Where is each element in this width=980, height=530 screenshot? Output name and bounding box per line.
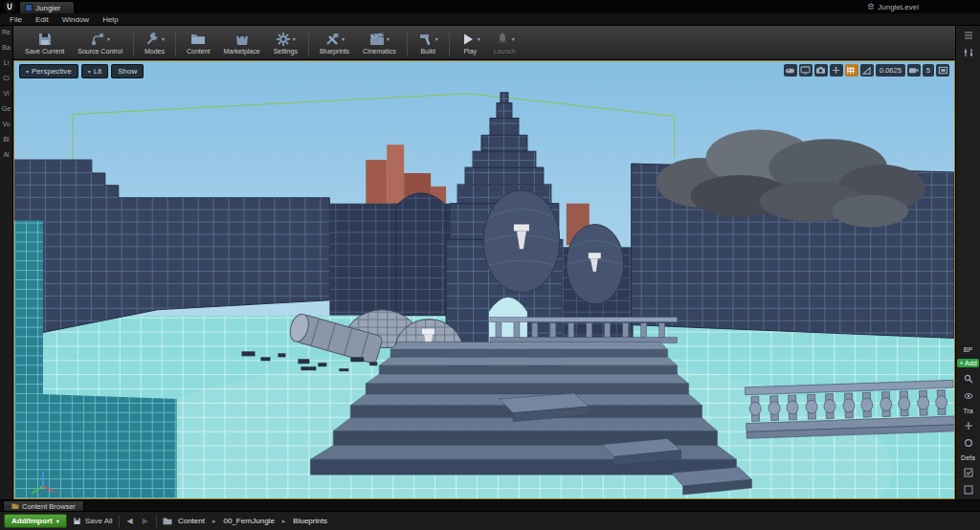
breadcrumb-separator-icon: ▸	[211, 518, 218, 525]
project-tab[interactable]: Jungler	[19, 1, 75, 13]
content-button[interactable]: Content	[181, 27, 216, 59]
place-actors-collapsed-panel: Re Ba Li Ci Vi Ge Vo Bl Al	[0, 26, 13, 499]
details-sliders-icon[interactable]	[963, 47, 974, 58]
cinematics-clapper-icon	[369, 32, 385, 47]
unreal-logo-icon	[4, 1, 15, 12]
modes-button[interactable]: ▾ Modes	[139, 27, 170, 59]
main-row: Re Ba Li Ci Vi Ge Vo Bl Al Save Current	[0, 26, 980, 499]
settings-button[interactable]: ▾ Settings	[268, 27, 303, 59]
bp-label: BP	[964, 346, 972, 353]
level-tab[interactable]: JungleLevel	[867, 3, 976, 11]
save-current-button[interactable]: Save Current	[19, 27, 70, 59]
modes-icon	[145, 32, 160, 47]
show-label: Show	[118, 67, 137, 76]
blueprints-button[interactable]: ▾ Blueprints	[314, 27, 355, 59]
checkbox-icon[interactable]	[963, 467, 974, 478]
main-toolbar: Save Current ▾ Source Control ▾ Modes	[13, 26, 955, 60]
menu-edit[interactable]: Edit	[30, 14, 55, 25]
eye-icon[interactable]	[963, 390, 974, 402]
place-actors-tab-cinematic[interactable]: Ci	[3, 75, 10, 81]
add-import-button[interactable]: Add/Import ▾	[4, 514, 67, 528]
levels-icon	[867, 3, 875, 11]
back-button[interactable]: ◀	[125, 517, 135, 525]
dropdown-arrow-icon: ▾	[88, 68, 91, 75]
show-dropdown[interactable]: Show	[111, 64, 144, 78]
save-icon	[73, 517, 81, 525]
play-icon	[460, 32, 476, 47]
center-column: Save Current ▾ Source Control ▾ Modes	[13, 26, 955, 499]
defaults-section-label[interactable]: Defa	[961, 454, 975, 461]
content-browser-bar: Add/Import ▾ Save All ◀ ▶ Content ▸ 00_F…	[0, 511, 980, 530]
toolbar-separator	[133, 30, 134, 56]
place-actors-tab-blueprints[interactable]: Bl	[3, 136, 9, 143]
checkbox-icon[interactable]	[963, 484, 974, 496]
dropdown-arrow-icon: ▾	[26, 68, 29, 75]
save-all-button[interactable]: Save All	[73, 517, 113, 525]
build-button[interactable]: ▾ Build	[412, 27, 444, 59]
dropdown-arrow-icon: ▾	[162, 35, 165, 42]
breadcrumb-fernjungle[interactable]: 00_FernJungle	[223, 517, 274, 525]
marketplace-icon	[234, 32, 250, 47]
maximize-viewport-icon[interactable]	[936, 64, 949, 77]
cinematics-button[interactable]: ▾ Cinematics	[357, 27, 402, 59]
place-actors-tab-volumes[interactable]: Vo	[2, 121, 10, 127]
breadcrumb-separator-icon: ▸	[280, 518, 288, 525]
source-control-button[interactable]: ▾ Source Control	[72, 27, 128, 59]
menu-window[interactable]: Window	[56, 14, 95, 25]
build-hammer-icon	[418, 32, 434, 47]
folder-icon	[163, 517, 172, 525]
toolbar-separator	[175, 30, 176, 56]
place-actors-tab-recent[interactable]: Re	[2, 29, 11, 35]
camera-speed-value[interactable]: 5	[923, 64, 934, 77]
transform-gizmo-icon[interactable]	[830, 64, 843, 77]
add-component-button[interactable]: + Add	[957, 359, 978, 367]
breadcrumb-content[interactable]: Content	[178, 517, 205, 525]
save-all-label: Save All	[85, 517, 113, 525]
rotation-snap-icon[interactable]	[860, 64, 874, 77]
search-icon[interactable]	[963, 373, 974, 385]
place-actors-tab-basic[interactable]: Ba	[2, 44, 11, 51]
move-tool-icon[interactable]	[963, 420, 974, 431]
content-folder-icon	[190, 32, 206, 47]
toolbar-separator	[449, 30, 450, 56]
camera-icon[interactable]	[814, 64, 828, 77]
menu-file[interactable]: File	[4, 14, 28, 25]
content-browser-tab[interactable]: Content Browser	[3, 500, 84, 511]
project-tab-label: Jungler	[35, 4, 60, 12]
titlebar: Jungler JungleLevel	[0, 0, 980, 13]
rotate-tool-icon[interactable]	[963, 437, 974, 449]
dropdown-arrow-icon: ▾	[387, 35, 390, 42]
project-tab-icon	[25, 4, 33, 11]
scale-snap-value[interactable]: 0.0625	[876, 64, 905, 77]
perspective-label: Perspective	[32, 67, 72, 76]
place-actors-tab-geometry[interactable]: Ge	[2, 105, 11, 112]
launch-button[interactable]: ▾ Launch	[488, 27, 522, 59]
blueprints-icon	[324, 32, 340, 47]
viewport-3d[interactable]: ▾ Perspective ▾ Lit Show	[13, 60, 955, 499]
transform-section-label[interactable]: Tra	[963, 408, 972, 414]
save-icon	[37, 32, 53, 47]
lit-label: Lit	[94, 67, 101, 76]
place-actors-tab-visual[interactable]: Vi	[3, 90, 9, 97]
viewport-toolbar-right: 0.0625 5	[784, 64, 949, 77]
level-name: JungleLevel	[878, 3, 919, 11]
grid-snap-icon[interactable]	[845, 64, 858, 77]
breadcrumb-blueprints[interactable]: Blueprints	[293, 517, 327, 525]
screen-capture-icon[interactable]	[799, 64, 813, 77]
gamepad-icon[interactable]	[784, 64, 797, 77]
content-browser-tab-label: Content Browser	[22, 502, 76, 511]
place-actors-tab-lights[interactable]: Li	[4, 59, 9, 66]
place-actors-tab-all[interactable]: Al	[3, 151, 9, 158]
forward-button[interactable]: ▶	[141, 517, 150, 525]
perspective-dropdown[interactable]: ▾ Perspective	[19, 64, 78, 78]
world-outliner-icon[interactable]	[963, 30, 974, 41]
bottombar-separator	[119, 516, 120, 527]
dropdown-arrow-icon: ▾	[107, 35, 110, 42]
settings-gear-icon	[276, 32, 291, 47]
camera-speed-icon[interactable]	[907, 64, 921, 77]
dropdown-arrow-icon: ▾	[512, 35, 515, 42]
marketplace-button[interactable]: Marketplace	[218, 27, 266, 59]
menu-help[interactable]: Help	[97, 14, 123, 25]
play-button[interactable]: ▾ Play	[455, 27, 486, 59]
lit-dropdown[interactable]: ▾ Lit	[81, 64, 108, 78]
